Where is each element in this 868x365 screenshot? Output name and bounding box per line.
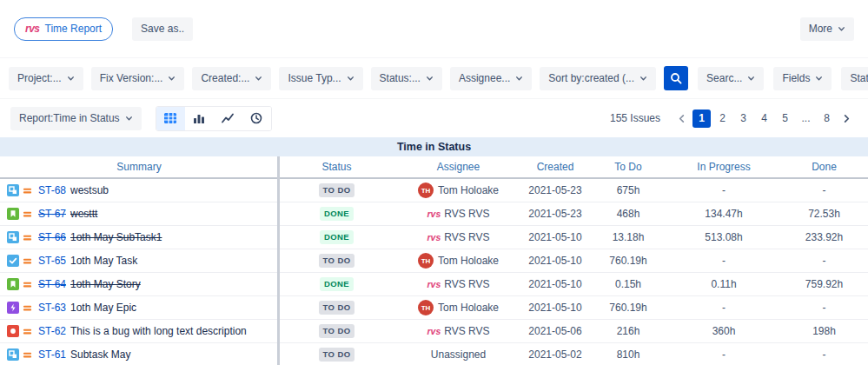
table-row[interactable]: ST-62 This is a bug with long text descr… [0, 320, 868, 343]
issue-summary: This is a bug with long text description [70, 325, 247, 337]
subtask-icon [7, 348, 19, 361]
issue-key-link[interactable]: ST-65 [38, 255, 66, 267]
table-row[interactable]: ST-67 westtt DONE rvs RVS RVS 2021-05-23… [0, 202, 868, 226]
summary-cell: ST-64 1oth May Story [0, 273, 278, 295]
clock-view-button[interactable] [242, 107, 271, 130]
issue-key-link[interactable]: ST-63 [38, 302, 66, 314]
filter-dropdown-project[interactable]: Project:... [9, 67, 83, 90]
rvs-avatar-icon: rvs [427, 326, 441, 336]
page-buttons: 12345...8 [692, 110, 836, 128]
filter-dropdown-issue-type[interactable]: Issue Typ... [279, 67, 362, 90]
report-type-dropdown[interactable]: Report:Time in Status [10, 107, 142, 130]
table-row[interactable]: ST-63 1oth May Epic TO DO TH Tom Holoake… [0, 296, 868, 320]
column-header-done[interactable]: Done [780, 156, 868, 177]
table-view-button[interactable] [156, 107, 185, 130]
page-button-5[interactable]: 5 [776, 110, 794, 128]
table-row[interactable]: ST-68 westsub TO DO TH Tom Holoake 2021-… [0, 179, 868, 202]
todo-hours: 13.18h [589, 226, 667, 249]
issue-key-link[interactable]: ST-61 [38, 348, 66, 361]
issue-key-link[interactable]: ST-68 [38, 184, 66, 196]
bar-chart-view-button[interactable] [185, 107, 214, 130]
statuses-dropdown[interactable]: Statuses [841, 67, 868, 90]
filter-dropdown-label: Assignee... [459, 72, 510, 84]
time-report-button[interactable]: rvs Time Report [14, 17, 113, 41]
table-row[interactable]: ST-64 1oth May Story DONE rvs RVS RVS 20… [0, 273, 868, 296]
filter-dropdown-label: Created:... [201, 72, 249, 84]
rvs-avatar-icon: rvs [427, 279, 441, 289]
inprogress-hours: - [667, 249, 780, 272]
issue-key-link[interactable]: ST-67 [38, 208, 66, 220]
done-hours: 198h [780, 320, 868, 342]
search-dropdown[interactable]: Searc... [698, 67, 764, 90]
filter-dropdown-created[interactable]: Created:... [192, 67, 271, 90]
page-button-1[interactable]: 1 [692, 110, 711, 128]
summary-cell: ST-66 1oth May SubTask1 [0, 226, 278, 249]
column-header-assignee[interactable]: Assignee [395, 156, 521, 177]
issues-count: 155 Issues [610, 112, 660, 124]
issue-summary: 1oth May SubTask1 [70, 231, 162, 243]
issue-key-link[interactable]: ST-66 [38, 231, 66, 243]
column-header-todo[interactable]: To Do [589, 156, 667, 177]
filter-dropdown-assignee[interactable]: Assignee... [450, 67, 532, 90]
table-body: ST-68 westsub TO DO TH Tom Holoake 2021-… [0, 179, 868, 365]
issue-summary: 1oth May Epic [70, 302, 136, 314]
epic-icon [7, 302, 19, 314]
todo-hours: 675h [589, 179, 667, 202]
done-hours: 759.92h [780, 273, 868, 295]
column-header-summary[interactable]: Summary [0, 156, 278, 177]
created-date: 2021-05-10 [521, 249, 589, 272]
summary-cell: ST-68 westsub [0, 179, 278, 202]
inprogress-hours: 360h [667, 320, 780, 342]
page-button-3[interactable]: 3 [734, 110, 752, 128]
column-header-inprogress[interactable]: In Progress [667, 156, 780, 177]
chevron-down-icon [347, 75, 354, 83]
status-badge: TO DO [319, 183, 355, 197]
filter-dropdown-sort-by[interactable]: Sort by:created (... [540, 67, 656, 90]
chevron-down-icon [255, 75, 262, 83]
page-button-4[interactable]: 4 [755, 110, 773, 128]
search-button[interactable] [664, 66, 688, 90]
report-bar: Report:Time in Status 155 Issues 12345..… [0, 99, 868, 137]
statuses-dropdown-label: Statuses [850, 72, 868, 84]
status-cell: TO DO [278, 296, 395, 319]
priority-medium-icon [22, 302, 33, 314]
summary-cell: ST-65 1oth May Task [0, 249, 278, 272]
issue-summary: westsub [70, 184, 109, 196]
page-button-2[interactable]: 2 [713, 110, 732, 128]
page-button-8[interactable]: 8 [818, 110, 836, 128]
created-date: 2021-05-10 [521, 273, 589, 295]
priority-medium-icon [22, 256, 33, 267]
line-chart-view-button[interactable] [214, 107, 242, 130]
more-button[interactable]: More [800, 17, 854, 41]
issue-summary: westtt [70, 208, 97, 220]
issue-key-link[interactable]: ST-62 [38, 325, 66, 337]
status-cell: DONE [278, 226, 395, 249]
status-cell: DONE [278, 273, 395, 295]
filter-bar: Project:...Fix Version:...Created:...Iss… [0, 57, 868, 99]
table-row[interactable]: ST-61 Subtask May TO DO Unassigned 2021-… [0, 343, 868, 365]
filter-dropdown-fix-version[interactable]: Fix Version:... [91, 67, 185, 90]
done-hours: - [780, 296, 868, 319]
todo-hours: 760.19h [589, 296, 667, 319]
status-badge: TO DO [319, 324, 355, 338]
table-row[interactable]: ST-65 1oth May Task TO DO TH Tom Holoake… [0, 249, 868, 273]
filter-dropdown-status[interactable]: Status:... [371, 67, 442, 90]
column-header-created[interactable]: Created [521, 156, 589, 177]
status-badge: TO DO [319, 254, 355, 268]
chevron-down-icon [838, 25, 845, 33]
save-as-button[interactable]: Save as.. [132, 17, 193, 41]
chevron-down-icon [168, 75, 176, 83]
user-avatar: TH [418, 300, 434, 315]
column-header-status[interactable]: Status [278, 156, 395, 177]
fields-dropdown[interactable]: Fields [773, 67, 832, 90]
chevron-down-icon [67, 75, 75, 83]
previous-page-button[interactable] [674, 111, 689, 126]
summary-cell: ST-62 This is a bug with long text descr… [0, 320, 278, 342]
assignee-cell: rvs RVS RVS [395, 320, 521, 342]
next-page-button[interactable] [839, 111, 854, 126]
chevron-down-icon [125, 115, 133, 123]
table-row[interactable]: ST-66 1oth May SubTask1 DONE rvs RVS RVS… [0, 226, 868, 249]
chevron-right-icon [841, 113, 852, 124]
assignee-name: Tom Holoake [438, 302, 499, 314]
issue-key-link[interactable]: ST-64 [38, 278, 66, 290]
